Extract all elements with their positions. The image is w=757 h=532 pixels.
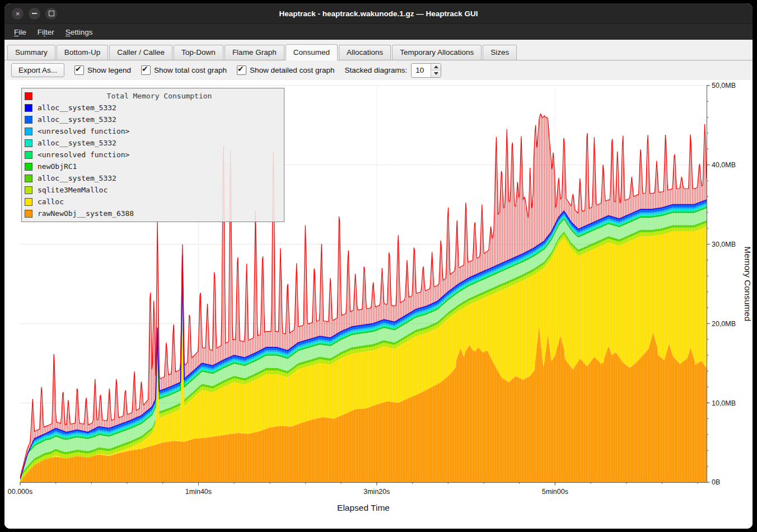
legend-entry: rawNewObj__system_6388 (22, 208, 284, 219)
legend-swatch (25, 116, 32, 124)
tab-consumed[interactable]: Consumed (286, 44, 338, 60)
check-icon: ✔ (75, 64, 82, 73)
checkbox-group: ✔Show legend✔Show total cost graph✔Show … (74, 65, 335, 75)
legend-entry: alloc__system_5332 (22, 137, 284, 149)
legend-swatch (25, 128, 32, 135)
titlebar: × Heaptrack - heaptrack.wakunode.1.gz — … (4, 3, 753, 23)
checkbox-label: Show total cost graph (154, 66, 227, 74)
spinbox-down-button[interactable] (431, 70, 441, 77)
window-title: Heaptrack - heaptrack.wakunode.1.gz — He… (4, 10, 753, 18)
svg-text:40,0MB: 40,0MB (712, 161, 736, 169)
legend-entry: calloc (22, 196, 284, 208)
tab-sizes[interactable]: Sizes (483, 45, 517, 60)
chart-legend: Total Memory Consumptionalloc__system_53… (21, 88, 284, 222)
stacked-diagrams-label: Stacked diagrams: (345, 66, 408, 74)
menu-file[interactable]: File (9, 26, 31, 39)
legend-entry: <unresolved function> (22, 125, 284, 137)
menu-settings[interactable]: Settings (60, 26, 98, 39)
legend-swatch (25, 104, 32, 112)
legend-swatch (25, 163, 32, 171)
checkbox-show-legend[interactable]: ✔Show legend (74, 65, 131, 75)
legend-entry-label: newObjRC1 (38, 162, 77, 171)
legend-entry-label: rawNewObj__system_6388 (38, 209, 134, 218)
svg-text:10,0MB: 10,0MB (712, 399, 736, 407)
legend-entry-label: alloc__system_5332 (38, 115, 116, 124)
toolbar: Export As... ✔Show legend✔Show total cos… (4, 60, 753, 80)
checkbox-box: ✔ (237, 65, 246, 75)
checkbox-label: Show detailed cost graph (250, 66, 335, 74)
check-icon: ✔ (237, 64, 244, 73)
checkbox-box: ✔ (74, 65, 84, 75)
tab-caller-callee[interactable]: Caller / Callee (109, 45, 172, 60)
maximize-icon (49, 11, 54, 16)
tab-temporary-allocations[interactable]: Temporary Allocations (392, 45, 482, 60)
app-window: × Heaptrack - heaptrack.wakunode.1.gz — … (4, 3, 753, 529)
minimize-icon (32, 13, 37, 14)
legend-entry-label: calloc (38, 197, 64, 206)
menu-filter[interactable]: Filter (32, 26, 59, 39)
checkbox-box: ✔ (141, 65, 151, 75)
legend-entry: newObjRC1 (22, 161, 284, 172)
svg-text:30,0MB: 30,0MB (712, 241, 736, 248)
legend-swatch (25, 92, 32, 100)
close-icon: × (16, 10, 20, 18)
tab-bar: SummaryBottom-UpCaller / CalleeTop-DownF… (4, 40, 753, 60)
legend-swatch (25, 198, 32, 206)
stacked-diagrams-spinbox[interactable]: 10 (411, 63, 441, 78)
main-content: SummaryBottom-UpCaller / CalleeTop-DownF… (4, 40, 753, 529)
checkbox-show-detailed-cost-graph[interactable]: ✔Show detailed cost graph (237, 65, 335, 75)
legend-entry: alloc__system_5332 (22, 172, 284, 184)
checkbox-show-total-cost-graph[interactable]: ✔Show total cost graph (141, 65, 227, 75)
svg-text:50,0MB: 50,0MB (712, 82, 736, 90)
svg-text:5min00s: 5min00s (542, 488, 568, 496)
svg-text:00.000s: 00.000s (8, 488, 32, 496)
chevron-up-icon (434, 65, 438, 68)
x-axis-title: Elapsed Time (337, 503, 390, 512)
spinbox-buttons (431, 64, 441, 77)
legend-entry-label: alloc__system_5332 (38, 174, 116, 182)
spinbox-up-button[interactable] (431, 64, 441, 71)
minimize-button[interactable] (29, 8, 40, 20)
legend-title-row: Total Memory Consumption (22, 90, 284, 102)
svg-text:0B: 0B (712, 478, 720, 486)
legend-swatch (25, 151, 32, 159)
menu-bar: FileFilterSettings (4, 23, 753, 40)
legend-entry-label: alloc__system_5332 (38, 103, 116, 112)
y-axis-title: Memory Consumed (743, 247, 753, 322)
legend-swatch (25, 139, 32, 147)
legend-entry: sqlite3MemMalloc (22, 184, 284, 196)
tab-bottom-up[interactable]: Bottom-Up (57, 45, 109, 60)
legend-swatch (25, 210, 32, 218)
chevron-down-icon (434, 72, 438, 75)
legend-title: Total Memory Consumption (38, 92, 281, 100)
legend-entry-label: sqlite3MemMalloc (38, 186, 108, 194)
legend-entry-label: <unresolved function> (38, 127, 129, 135)
checkbox-label: Show legend (87, 66, 131, 74)
legend-entry: <unresolved function> (22, 149, 284, 161)
legend-entry: alloc__system_5332 (22, 114, 284, 125)
svg-text:1min40s: 1min40s (185, 488, 212, 496)
chart-area: 00.000s1min40s3min20s5min00s0B10,0MB20,0… (4, 80, 753, 529)
svg-text:3min20s: 3min20s (363, 488, 390, 496)
legend-swatch (25, 186, 32, 194)
tab-flame-graph[interactable]: Flame Graph (225, 45, 284, 60)
export-as-button[interactable]: Export As... (11, 63, 64, 77)
close-button[interactable]: × (12, 8, 24, 20)
tab-summary[interactable]: Summary (7, 45, 55, 60)
legend-entry-label: alloc__system_5332 (38, 139, 116, 147)
stacked-diagrams-group: Stacked diagrams: 10 (345, 63, 442, 78)
legend-entry: alloc__system_5332 (22, 102, 284, 114)
legend-swatch (25, 175, 32, 182)
svg-text:20,0MB: 20,0MB (712, 320, 736, 328)
spinbox-value: 10 (412, 64, 431, 77)
tab-top-down[interactable]: Top-Down (174, 45, 223, 60)
tab-allocations[interactable]: Allocations (339, 45, 391, 60)
maximize-button[interactable] (45, 8, 57, 20)
check-icon: ✔ (142, 64, 148, 73)
legend-entry-label: <unresolved function> (38, 150, 129, 159)
window-controls: × (12, 8, 57, 20)
